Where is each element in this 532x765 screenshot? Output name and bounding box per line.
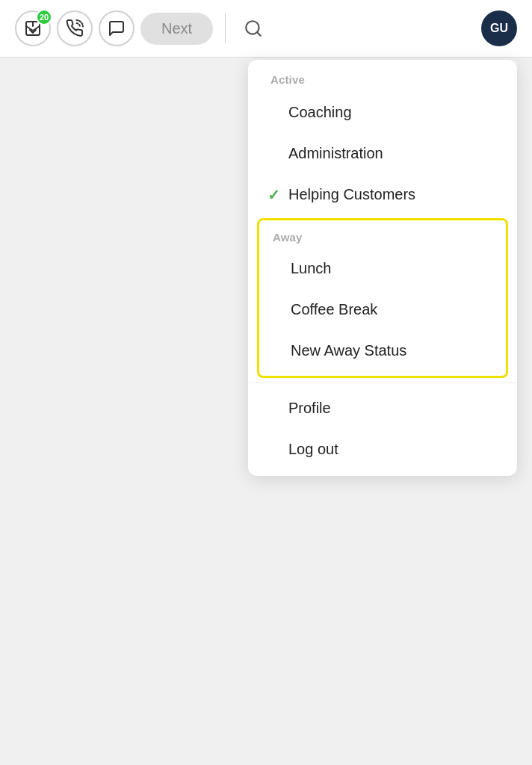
away-item-new-away-status-label: New Away Status bbox=[291, 342, 406, 359]
chat-button[interactable] bbox=[99, 10, 134, 46]
toolbar-divider bbox=[225, 13, 226, 43]
away-item-coffee-break-label: Coffee Break bbox=[291, 301, 377, 318]
chat-icon bbox=[108, 19, 126, 37]
toolbar: 20 Next GU bbox=[0, 0, 532, 58]
away-section: Away Lunch Coffee Break New Away Status bbox=[257, 218, 508, 378]
active-section-label: Active bbox=[248, 73, 517, 92]
checkmark-icon: ✓ bbox=[267, 186, 280, 204]
inbox-button[interactable]: 20 bbox=[15, 10, 51, 46]
avatar[interactable]: GU bbox=[481, 10, 517, 46]
active-menu-item-coaching[interactable]: Coaching bbox=[248, 92, 517, 133]
active-item-coaching-label: Coaching bbox=[288, 104, 352, 121]
next-button[interactable]: Next bbox=[140, 13, 213, 45]
menu-divider bbox=[248, 382, 517, 383]
active-menu-item-administration[interactable]: Administration bbox=[248, 133, 517, 174]
logout-label: Log out bbox=[288, 441, 338, 458]
profile-label: Profile bbox=[288, 400, 331, 417]
menu-item-profile[interactable]: Profile bbox=[248, 388, 517, 429]
away-menu-item-lunch[interactable]: Lunch bbox=[259, 248, 506, 289]
away-section-label: Away bbox=[259, 225, 506, 248]
active-menu-item-helping-customers[interactable]: ✓ Helping Customers bbox=[248, 174, 517, 215]
search-icon bbox=[244, 19, 263, 38]
phone-icon bbox=[66, 19, 84, 37]
away-menu-item-coffee-break[interactable]: Coffee Break bbox=[259, 289, 506, 330]
dropdown-menu: Active Coaching Administration ✓ Helping… bbox=[248, 60, 517, 476]
inbox-badge: 20 bbox=[36, 9, 52, 25]
svg-line-3 bbox=[257, 32, 261, 36]
away-item-lunch-label: Lunch bbox=[291, 260, 332, 277]
active-item-administration-label: Administration bbox=[288, 145, 383, 162]
bottom-section: Profile Log out bbox=[248, 388, 517, 470]
phone-button[interactable] bbox=[57, 10, 93, 46]
away-menu-item-new-away-status[interactable]: New Away Status bbox=[259, 330, 506, 371]
active-item-helping-customers-label: Helping Customers bbox=[288, 186, 415, 203]
menu-item-logout[interactable]: Log out bbox=[248, 429, 517, 470]
search-button[interactable] bbox=[238, 13, 269, 44]
